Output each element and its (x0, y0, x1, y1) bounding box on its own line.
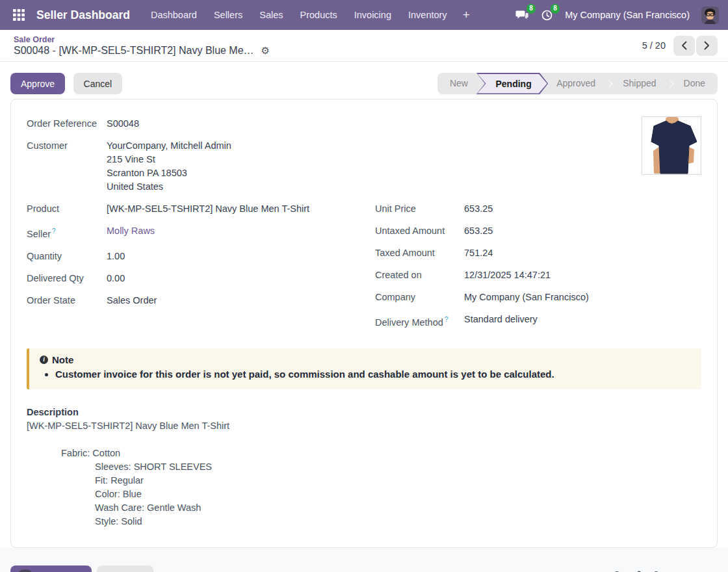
status-step-pending-active[interactable]: Pending (476, 73, 548, 94)
product-image (642, 116, 701, 175)
field-value: 0.00 (107, 272, 125, 285)
form-sheet: Order Reference S00048 Customer YourComp… (10, 99, 718, 548)
menu-item-sales[interactable]: Sales (252, 6, 291, 24)
menu-plus-icon[interactable]: + (456, 6, 476, 23)
help-marker-icon: ? (52, 228, 56, 235)
field-value: 12/31/2025 14:47:21 (464, 268, 551, 282)
status-step-approved[interactable]: Approved (544, 73, 608, 94)
field-label: Order State (27, 294, 107, 307)
field-value: 751.24 (464, 246, 493, 260)
status-step-done[interactable]: Done (671, 73, 718, 94)
navbar-systray: 8 8 My Company (San Francisco) (515, 6, 719, 24)
status-step-shipped[interactable]: Shipped (610, 73, 668, 94)
field-value: 1.00 (107, 250, 125, 263)
field-label: Customer (27, 139, 107, 194)
field-label: Product (27, 202, 107, 216)
breadcrumb: Sale Order S00048 - [WK-MP-SEL5-TSHIRT2]… (14, 35, 270, 57)
field-taxed-amount: Taxed Amount 751.24 (375, 246, 701, 260)
control-panel: Sale Order S00048 - [WK-MP-SEL5-TSHIRT2]… (0, 30, 728, 62)
pager-next-button[interactable] (696, 36, 718, 56)
record-pager: 5 / 20 (642, 36, 718, 56)
field-created-on: Created on 12/31/2025 14:47:21 (375, 268, 701, 282)
field-label: Order Reference (27, 117, 107, 131)
field-value: Sales Order (107, 294, 157, 307)
customer-city: Scranton PA 18503 (107, 166, 231, 180)
description-attribute: Wash Care: Gentle Wash (27, 501, 701, 515)
cancel-button[interactable]: Cancel (73, 73, 123, 94)
field-order-state: Order State Sales Order (27, 294, 375, 307)
field-delivery-method: Delivery Method? Standard delivery (375, 313, 701, 330)
field-label: Untaxed Amount (375, 224, 464, 238)
field-product: Product [WK-MP-SEL5-TSHIRT2] Navy Blue M… (27, 202, 375, 216)
field-customer: Customer YourCompany, Mitchell Admin 215… (27, 139, 701, 194)
app-brand-title[interactable]: Seller Dashboard (36, 8, 130, 22)
menu-item-inventory[interactable]: Inventory (400, 6, 455, 24)
description-attribute: Color: Blue (27, 488, 701, 501)
field-label: Company (375, 291, 464, 304)
description-attribute: Fabric: Cotton (27, 447, 701, 460)
activities-badge: 8 (551, 4, 560, 14)
company-switcher[interactable]: My Company (San Francisco) (565, 10, 690, 20)
note-message: Customer invoice for this order is not y… (55, 368, 691, 381)
description-product-line: [WK-MP-SEL5-TSHIRT2] Navy Blue Men T-Shi… (27, 419, 701, 433)
user-avatar[interactable] (701, 6, 719, 24)
field-value: [WK-MP-SEL5-TSHIRT2] Navy Blue Men T-Shi… (107, 202, 309, 216)
field-label: Unit Price (375, 202, 464, 216)
description-attribute: Fit: Regular (27, 474, 701, 488)
description-attribute: Style: Solid (27, 515, 701, 528)
menu-item-invoicing[interactable]: Invoicing (346, 6, 399, 24)
menu-item-sellers[interactable]: Sellers (206, 6, 250, 24)
field-company: Company My Company (San Francisco) (375, 291, 701, 304)
description-section: Description [WK-MP-SEL5-TSHIRT2] Navy Bl… (27, 406, 701, 528)
field-label: Delivered Qty (27, 272, 107, 285)
field-label: Seller? (27, 224, 107, 241)
status-bar: New Pending Approved Shipped Done (437, 73, 718, 94)
description-attribute: Sleeves: SHORT SLEEVES (27, 460, 701, 474)
field-untaxed-amount: Untaxed Amount 653.25 (375, 224, 701, 238)
apps-grid-icon[interactable] (10, 6, 27, 23)
page-title: S00048 - [WK-MP-SEL5-TSHIRT2] Navy Blue … (14, 45, 254, 57)
field-value: 653.25 (464, 202, 493, 216)
seller-link[interactable]: Molly Raws (107, 226, 155, 236)
customer-name: YourCompany, Mitchell Admin (107, 139, 231, 153)
field-delivered-qty: Delivered Qty 0.00 (27, 272, 375, 285)
field-unit-price: Unit Price 653.25 (375, 202, 701, 216)
field-label: Delivery Method? (375, 313, 464, 330)
main-menu: Dashboard Sellers Sales Products Invoici… (143, 6, 476, 24)
field-value: Standard delivery (464, 313, 538, 330)
approve-button[interactable]: Approve (10, 73, 65, 94)
field-quantity: Quantity 1.00 (27, 250, 375, 263)
customer-country: United States (107, 180, 231, 194)
log-note-button[interactable]: Log note (97, 566, 153, 572)
note-title: Note (52, 354, 73, 365)
help-marker-icon: ? (445, 316, 448, 323)
field-value: S00048 (107, 117, 139, 131)
status-step-new[interactable]: New (437, 73, 480, 94)
customer-street: 215 Vine St (107, 153, 231, 166)
chatter-toolbar: Send message Log note 1 Following (0, 548, 728, 572)
top-navbar: Seller Dashboard Dashboard Sellers Sales… (0, 0, 728, 30)
field-label: Quantity (27, 250, 107, 263)
form-action-row: Approve Cancel New Pending Approved Ship… (0, 62, 728, 94)
info-icon: i (40, 356, 48, 364)
field-label: Created on (375, 268, 464, 282)
field-order-reference: Order Reference S00048 (27, 117, 701, 131)
messages-icon[interactable]: 8 (515, 9, 529, 21)
pager-count: 5 / 20 (642, 40, 666, 51)
breadcrumb-parent-link[interactable]: Sale Order (14, 35, 270, 44)
field-value: 653.25 (464, 224, 493, 238)
field-seller: Seller? Molly Raws (27, 224, 375, 241)
note-alert: i Note Customer invoice for this order i… (27, 348, 701, 389)
menu-item-products[interactable]: Products (292, 6, 345, 24)
pager-previous-button[interactable] (673, 36, 695, 56)
action-buttons: Approve Cancel (10, 73, 122, 94)
settings-gear-icon[interactable]: ⚙ (261, 46, 270, 55)
field-value: My Company (San Francisco) (464, 291, 589, 304)
menu-item-dashboard[interactable]: Dashboard (143, 6, 205, 24)
messages-badge: 8 (526, 4, 536, 14)
description-label: Description (27, 406, 701, 419)
field-label: Taxed Amount (375, 246, 464, 260)
activities-icon[interactable]: 8 (541, 9, 553, 21)
